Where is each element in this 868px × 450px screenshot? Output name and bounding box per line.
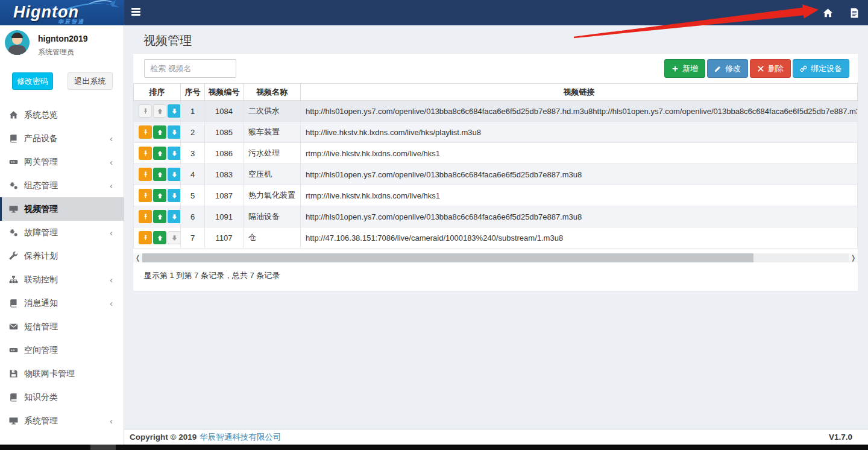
- pin-icon: [142, 129, 149, 136]
- sidebar-item-10[interactable]: 空间管理: [0, 338, 124, 362]
- sidebar-item-4[interactable]: 视频管理: [0, 197, 124, 221]
- row-video-name: 二次供水: [244, 101, 301, 122]
- version-label: V1.7.0: [829, 433, 852, 442]
- arrow-up-icon: [157, 214, 163, 220]
- pin-icon: [142, 214, 149, 220]
- pin-button[interactable]: [139, 168, 152, 181]
- sidebar-item-9[interactable]: 短信管理: [0, 315, 124, 338]
- move-down-button[interactable]: [168, 168, 181, 181]
- row-video-code: 1085: [205, 122, 244, 143]
- move-up-button[interactable]: [153, 210, 166, 223]
- sidebar-item-8[interactable]: 消息通知‹: [0, 291, 124, 315]
- plus-icon: [671, 65, 679, 72]
- table-row[interactable]: 31086污水处理rtmp://live.hkstv.hk.lxdns.com/…: [134, 143, 858, 164]
- pin-button[interactable]: [139, 210, 152, 223]
- pin-button[interactable]: [139, 189, 152, 202]
- row-video-url: http://47.106.38.151:7086/live/cameraid/…: [301, 227, 858, 249]
- row-video-url: rtmp://live.hkstv.hk.lxdns.com/live/hks1: [301, 185, 858, 206]
- row-seq: 2: [181, 122, 205, 143]
- row-video-code: 1084: [205, 101, 244, 122]
- pin-button[interactable]: [139, 125, 152, 139]
- brand-logo[interactable]: Hignton 华辰智通: [0, 0, 124, 25]
- scroll-left-arrow[interactable]: ❬: [133, 253, 142, 262]
- arrow-up-icon: [157, 108, 163, 115]
- x-icon: [757, 65, 764, 72]
- move-up-button[interactable]: [153, 231, 166, 244]
- move-down-button[interactable]: [168, 210, 181, 223]
- table-row[interactable]: 11084二次供水http://hls01open.ys7.com/openli…: [134, 101, 858, 122]
- arrow-down-icon: [171, 235, 178, 241]
- file-text-icon[interactable]: [846, 5, 862, 21]
- delete-button[interactable]: 删除: [750, 59, 791, 78]
- add-button[interactable]: 新增: [664, 59, 705, 78]
- arrow-up-icon: [157, 150, 163, 157]
- bind-device-button[interactable]: 绑定设备: [793, 59, 849, 78]
- chevron-left-icon: ‹: [110, 157, 113, 166]
- arrow-up-icon: [157, 171, 163, 178]
- col-header-url: 视频链接: [301, 84, 858, 101]
- sidebar-item-label: 空间管理: [24, 345, 58, 356]
- row-seq: 5: [181, 185, 205, 206]
- chevron-left-icon: ‹: [110, 416, 113, 425]
- row-video-url: http://hls01open.ys7.com/openlive/013bba…: [301, 101, 858, 122]
- sidebar-item-2[interactable]: 网关管理‹: [0, 150, 124, 174]
- search-input[interactable]: [144, 59, 236, 78]
- move-down-button[interactable]: [168, 147, 181, 160]
- move-up-button[interactable]: [153, 168, 166, 181]
- sidebar-item-1[interactable]: 产品设备‹: [0, 127, 124, 150]
- move-up-button[interactable]: [153, 189, 166, 202]
- logout-button[interactable]: 退出系统: [68, 72, 113, 90]
- table-header-row: 排序 序号 视频编号 视频名称 视频链接: [134, 84, 858, 101]
- scrollbar-thumb[interactable]: [142, 253, 753, 262]
- move-down-button[interactable]: [168, 104, 181, 118]
- move-up-button[interactable]: [153, 147, 166, 160]
- sidebar-item-label: 短信管理: [24, 322, 58, 332]
- scrollbar-track[interactable]: [142, 253, 849, 262]
- move-down-button[interactable]: [168, 125, 181, 139]
- scroll-right-arrow[interactable]: ❭: [849, 253, 858, 262]
- main-content: 视频管理 新增 修改 删除 绑定设备: [124, 25, 868, 445]
- desktop-icon: [9, 204, 18, 214]
- sidebar-item-13[interactable]: 系统管理‹: [0, 409, 124, 433]
- pin-button[interactable]: [139, 231, 152, 244]
- sidebar-item-label: 保养计划: [24, 251, 58, 262]
- table-row[interactable]: 61091隔油设备http://hls01open.ys7.com/openli…: [134, 206, 858, 227]
- move-down-button[interactable]: [168, 189, 181, 202]
- sidebar-item-label: 网关管理: [24, 157, 58, 168]
- hdd-icon: [9, 157, 18, 166]
- sidebar-item-3[interactable]: 组态管理‹: [0, 174, 124, 197]
- pin-button[interactable]: [139, 147, 152, 160]
- sidebar-item-5[interactable]: 故障管理‹: [0, 221, 124, 244]
- pin-icon: [142, 192, 149, 199]
- desktop-icon: [9, 416, 18, 425]
- edit-button[interactable]: 修改: [707, 59, 748, 78]
- change-password-button[interactable]: 修改密码: [12, 72, 53, 90]
- sidebar-item-7[interactable]: 联动控制‹: [0, 268, 124, 291]
- chevron-left-icon: ‹: [110, 134, 113, 143]
- col-header-sort: 排序: [134, 84, 181, 101]
- table-row[interactable]: 51087热力氧化装置rtmp://live.hkstv.hk.lxdns.co…: [134, 185, 858, 206]
- pin-icon: [142, 150, 149, 157]
- sidebar-item-6[interactable]: 保养计划: [0, 244, 124, 268]
- row-video-code: 1091: [205, 206, 244, 227]
- link-icon: [800, 65, 807, 72]
- row-video-code: 1086: [205, 143, 244, 164]
- home-icon: [9, 110, 18, 119]
- sidebar-item-0[interactable]: 系统总览: [0, 103, 124, 127]
- brand-subtitle: 华辰智通: [58, 18, 84, 25]
- table-row[interactable]: 71107仓http://47.106.38.151:7086/live/cam…: [134, 227, 858, 249]
- table-row[interactable]: 21085猴车装置http://live.hkstv.hk.lxdns.com/…: [134, 122, 858, 143]
- sidebar-item-11[interactable]: 物联网卡管理: [0, 362, 124, 385]
- user-role: 系统管理员: [38, 43, 124, 57]
- row-video-url: http://live.hkstv.hk.lxdns.com/live/hks/…: [301, 122, 858, 143]
- sidebar-toggle-button[interactable]: [131, 8, 140, 17]
- sidebar-item-label: 产品设备: [24, 133, 58, 144]
- home-icon[interactable]: [820, 5, 835, 21]
- move-up-button[interactable]: [153, 125, 166, 139]
- sidebar-item-12[interactable]: 知识分类: [0, 385, 124, 409]
- arrow-down-icon: [171, 192, 178, 199]
- sitemap-icon: [9, 275, 18, 284]
- sidebar-item-label: 联动控制: [24, 274, 58, 285]
- company-link[interactable]: 华辰智通科技有限公司: [200, 432, 281, 443]
- table-row[interactable]: 41083空压机http://hls01open.ys7.com/openliv…: [134, 164, 858, 185]
